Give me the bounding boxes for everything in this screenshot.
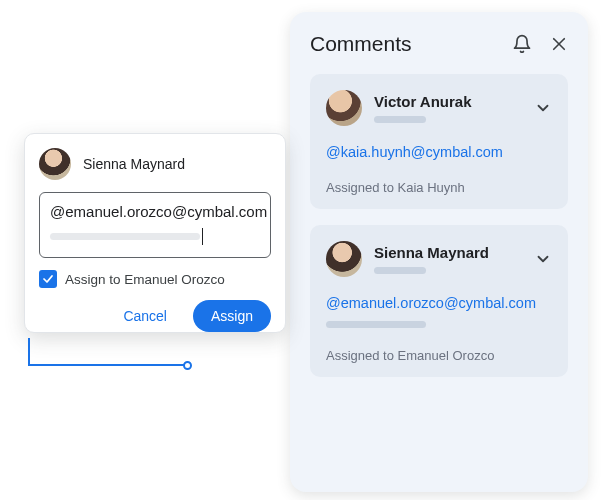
comment-thread[interactable]: Sienna Maynard @emanuel.orozco@cymbal.co… xyxy=(310,225,568,377)
comment-timestamp-placeholder xyxy=(374,116,426,123)
comment-author-name: Sienna Maynard xyxy=(374,244,522,261)
comment-thread[interactable]: Victor Anurak @kaia.huynh@cymbal.com Ass… xyxy=(310,74,568,209)
assign-checkbox-row[interactable]: Assign to Emanuel Orozco xyxy=(39,270,271,288)
selection-outline xyxy=(28,338,188,366)
comments-panel: Comments Victor Anurak @kaia.huynh@cymba… xyxy=(290,12,588,492)
avatar xyxy=(326,241,362,277)
comment-mention[interactable]: @kaia.huynh@cymbal.com xyxy=(326,144,552,160)
comments-header-actions xyxy=(512,34,568,54)
new-comment-actions: Cancel Assign xyxy=(39,300,271,332)
avatar xyxy=(39,148,71,180)
close-icon[interactable] xyxy=(550,35,568,53)
new-comment-author-name: Sienna Maynard xyxy=(83,156,185,172)
comment-author-name: Victor Anurak xyxy=(374,93,522,110)
comment-author-col: Sienna Maynard xyxy=(374,244,522,274)
new-comment-header: Sienna Maynard xyxy=(39,148,271,180)
assign-button[interactable]: Assign xyxy=(193,300,271,332)
comments-title: Comments xyxy=(310,32,412,56)
comments-header: Comments xyxy=(310,32,568,56)
cancel-button[interactable]: Cancel xyxy=(105,300,185,332)
comment-input-value: @emanuel.orozco@cymbal.com xyxy=(50,203,260,220)
comment-input-placeholder-line xyxy=(50,233,200,240)
comment-input-cursor-row xyxy=(50,228,260,245)
comment-input[interactable]: @emanuel.orozco@cymbal.com xyxy=(39,192,271,258)
new-comment-card: Sienna Maynard @emanuel.orozco@cymbal.co… xyxy=(24,133,286,333)
assign-checkbox-label: Assign to Emanuel Orozco xyxy=(65,272,225,287)
comment-assigned-to: Assigned to Kaia Huynh xyxy=(326,180,552,195)
notifications-icon[interactable] xyxy=(512,34,532,54)
text-caret xyxy=(202,228,203,245)
avatar xyxy=(326,90,362,126)
chevron-down-icon[interactable] xyxy=(534,250,552,268)
comment-body-placeholder xyxy=(326,321,426,328)
comment-author-col: Victor Anurak xyxy=(374,93,522,123)
selection-handle xyxy=(183,361,192,370)
chevron-down-icon[interactable] xyxy=(534,99,552,117)
comment-header: Sienna Maynard xyxy=(326,241,552,277)
comment-assigned-to: Assigned to Emanuel Orozco xyxy=(326,348,552,363)
comment-mention[interactable]: @emanuel.orozco@cymbal.com xyxy=(326,295,552,311)
comment-timestamp-placeholder xyxy=(374,267,426,274)
comment-header: Victor Anurak xyxy=(326,90,552,126)
assign-checkbox[interactable] xyxy=(39,270,57,288)
